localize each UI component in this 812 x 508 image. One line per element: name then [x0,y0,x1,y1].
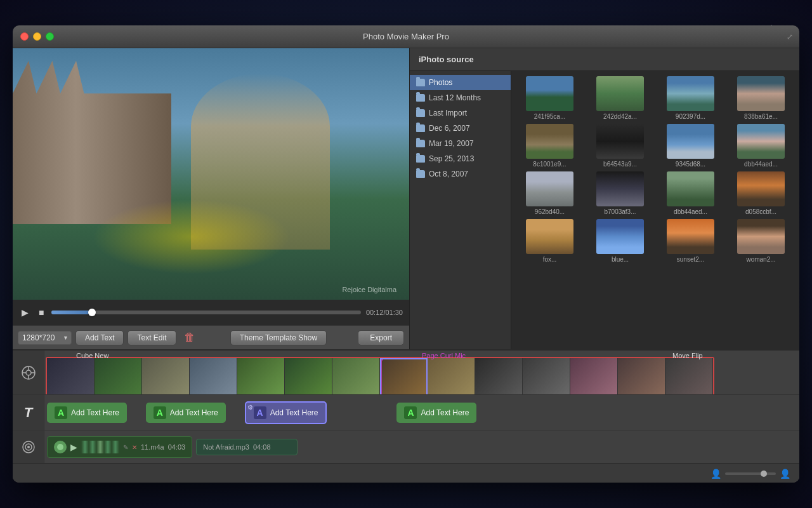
photo-thumb[interactable]: b7003af3... [587,171,653,215]
sidebar-item-last12[interactable]: Last 12 Months [410,90,511,105]
film-thumb[interactable] [523,358,570,395]
text-block-icon: A [404,406,417,419]
audio-track-inner: ▶ ✎ ✕ 11.m4a 04:03 Not Afraid.mp3 04:08 [44,431,799,463]
iphoto-section: iPhoto source Photos Last 12 Months Last… [409,48,799,349]
photo-label: b7003af3... [596,208,644,215]
film-thumb[interactable] [95,358,142,395]
photo-thumb[interactable]: 962bd40... [516,171,583,215]
close-button[interactable] [20,32,29,41]
audio-edit-icon[interactable]: ✎ [123,444,128,451]
resolution-select[interactable]: 1280*720 1920*1080 720*480 [18,331,72,345]
film-thumb[interactable] [618,358,665,395]
film-thumb[interactable] [332,358,380,395]
user-large-icon: 👤 [780,469,790,479]
photo-thumb[interactable]: 8c1001e9... [516,124,583,168]
film-thumb[interactable] [475,358,523,395]
resize-handle[interactable]: ⤢ [787,32,793,41]
sidebar-item-photos[interactable]: Photos [410,75,511,90]
sidebar-item-label: Sep 25, 2013 [429,154,474,163]
text-track-inner: A Add Text Here A Add Text Here ⚙ A Add … [44,395,799,431]
audio-track-content: ▶ ✎ ✕ 11.m4a 04:03 Not Afraid.mp3 04:08 [44,431,799,463]
page-curl-label: Page Curl Mic [422,352,466,359]
move-flip-label: Move Flip [672,352,703,359]
sidebar-item-dec2007[interactable]: Dec 6, 2007 [410,121,511,136]
text-block-4[interactable]: A Add Text Here [396,403,476,423]
text-block-1[interactable]: A Add Text Here [47,403,127,423]
photo-thumb[interactable]: 241f95ca... [516,76,583,120]
gear-icon: ⚙ [247,404,253,411]
resolution-select-wrap[interactable]: 1280*720 1920*1080 720*480 ▼ [18,331,72,345]
video-section: Rejoice Digitalma ▶ ■ 00:12/01:30 1280*7… [13,48,409,349]
film-thumb[interactable] [665,358,713,395]
add-text-button[interactable]: Add Text [75,330,124,345]
progress-bar[interactable] [51,311,360,314]
photo-thumb[interactable]: fox... [516,219,583,263]
play-icon: ▶ [70,442,77,452]
audio-delete-icon[interactable]: ✕ [132,444,137,451]
film-thumb[interactable] [237,358,285,395]
theme-template-button[interactable]: Theme Template Show [230,330,327,345]
film-thumb-selected[interactable] [380,358,428,395]
export-button[interactable]: Export [358,330,404,345]
sidebar-item-lastimport[interactable]: Last Import [410,105,511,121]
photo-thumb[interactable]: 9345d68... [657,124,724,168]
photo-thumb[interactable]: 242dd42a... [587,76,653,120]
sidebar-item-mar2007[interactable]: Mar 19, 2007 [410,136,511,151]
zoom-slider-thumb[interactable] [761,471,767,477]
minimize-button[interactable] [33,32,41,41]
photo-thumb[interactable]: 838ba61e... [728,76,794,120]
film-thumb[interactable] [428,358,475,395]
text-block-label: Add Text Here [421,408,469,417]
iphoto-body: Photos Last 12 Months Last Import Dec 6,… [410,71,799,349]
progress-thumb[interactable] [88,309,96,316]
audio-block-1[interactable]: ▶ ✎ ✕ 11.m4a 04:03 [47,436,192,458]
play-button[interactable]: ▶ [19,306,31,319]
film-thumb[interactable] [190,358,237,395]
audio-track-row: ▶ ✎ ✕ 11.m4a 04:03 Not Afraid.mp3 04:08 [13,431,799,464]
photo-thumb[interactable]: blue... [587,219,653,263]
photo-image [667,171,714,206]
sidebar-item-label: Last Import [429,109,467,117]
photo-thumb[interactable]: 902397d... [657,76,724,120]
film-thumb[interactable] [570,358,618,395]
video-scene: Rejoice Digitalma [13,48,409,300]
svg-point-1 [26,370,31,375]
audio-filename-2: Not Afraid.mp3 [203,443,249,451]
photo-label: 902397d... [667,113,714,120]
player-controls: ▶ ■ 00:12/01:30 [13,300,409,325]
timeline-section: Cube New Page Curl Mic Move Flip [13,349,799,483]
film-thumb[interactable] [285,358,332,395]
photo-image [596,124,644,159]
photo-image [737,124,785,159]
photo-label: 8c1001e9... [526,161,573,168]
photo-thumb[interactable]: sunset2... [657,219,724,263]
text-block-3-selected[interactable]: ⚙ A Add Text Here [245,401,327,424]
zoom-slider[interactable] [725,472,776,475]
stop-button[interactable]: ■ [36,306,46,319]
progress-fill [51,311,91,314]
folder-icon [416,140,425,147]
photo-image [596,76,644,111]
time-display: 00:12/01:30 [366,309,403,316]
flowers-visual [92,199,291,275]
photo-image [596,171,644,206]
text-block-label: Add Text Here [170,408,218,417]
sidebar-item-sep2013[interactable]: Sep 25, 2013 [410,151,511,166]
film-thumb[interactable] [142,358,190,395]
text-edit-button[interactable]: Text Edit [128,330,176,345]
sidebar-item-oct2007[interactable]: Oct 8, 2007 [410,166,511,182]
photo-thumb[interactable]: dbb44aed... [657,171,724,215]
text-block-2[interactable]: A Add Text Here [146,403,226,423]
film-thumb[interactable] [47,358,95,395]
maximize-button[interactable] [46,32,54,41]
audio-block-2[interactable]: Not Afraid.mp3 04:08 [196,439,298,455]
photo-thumb[interactable]: b64543a9... [587,124,653,168]
folder-icon [416,124,425,132]
iphoto-grid: 241f95ca... 242dd42a... 902397d... 838ba… [511,71,799,349]
text-track-icon: T [13,395,44,431]
photo-thumb[interactable]: woman2... [728,219,794,263]
delete-button[interactable]: 🗑 [180,330,199,345]
photo-label: sunset2... [667,256,714,263]
photo-thumb[interactable]: dbb44aed... [728,124,794,168]
photo-thumb[interactable]: d058ccbf... [728,171,794,215]
